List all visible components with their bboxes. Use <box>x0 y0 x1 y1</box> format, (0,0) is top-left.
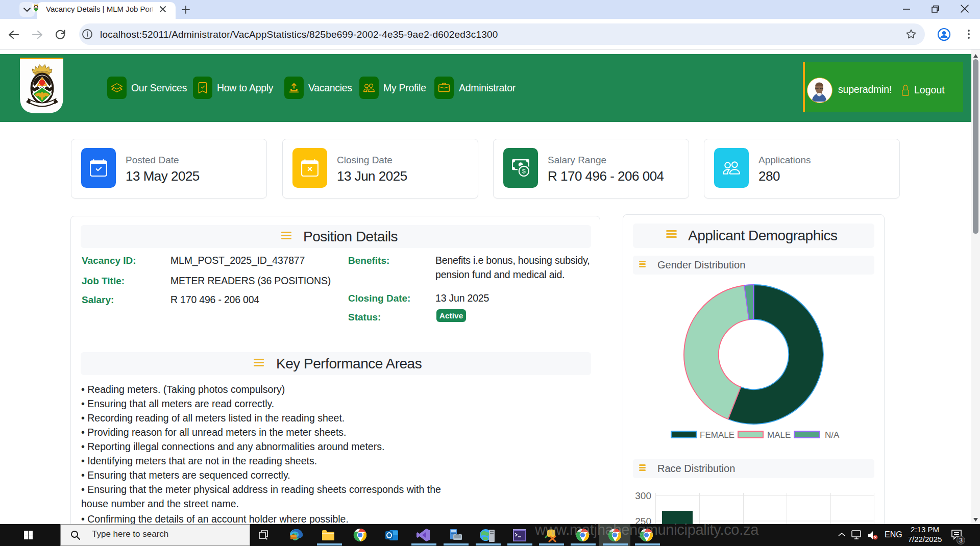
svg-text:300: 300 <box>635 490 651 501</box>
